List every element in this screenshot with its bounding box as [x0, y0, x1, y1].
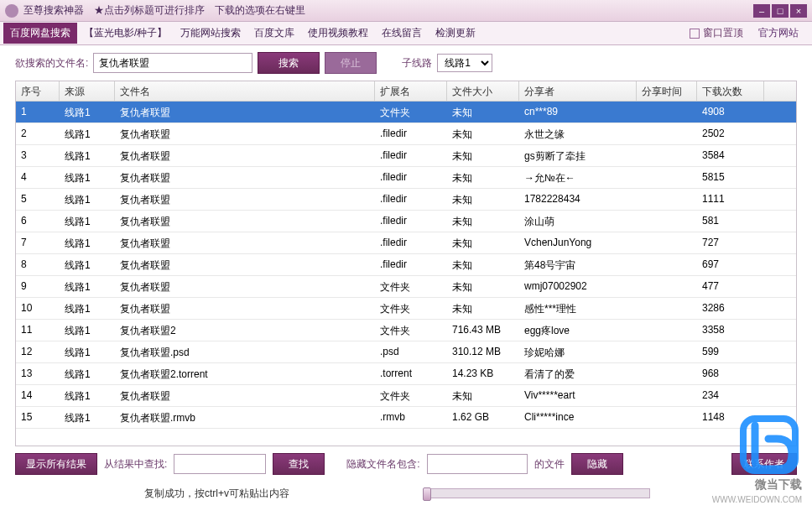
hide-input[interactable]: [427, 454, 528, 474]
tab-update[interactable]: 检测更新: [429, 23, 482, 44]
subroute-select[interactable]: 线路1: [437, 54, 492, 72]
slider-thumb-icon[interactable]: [423, 487, 431, 501]
table-row[interactable]: 8线路1复仇者联盟.filedir未知第48号宇宙697: [16, 254, 796, 276]
cell-size: 未知: [447, 167, 519, 188]
table-row[interactable]: 13线路1复仇者联盟2.torrent.torrent14.23 KB看清了的爱…: [16, 363, 796, 385]
close-button[interactable]: ×: [790, 4, 807, 18]
table-header[interactable]: 序号 来源 文件名 扩展名 文件大小 分享者 分享时间 下载次数: [16, 81, 796, 102]
cell-ext: .filedir: [375, 145, 447, 166]
cell-sharer: 珍妮哈娜: [519, 341, 637, 362]
cell-ext: 文件夹: [375, 298, 447, 319]
cell-size: 未知: [447, 145, 519, 166]
cell-ext: .psd: [375, 341, 447, 362]
cell-ext: .filedir: [375, 189, 447, 210]
hide-button[interactable]: 隐藏: [571, 453, 623, 475]
cell-dl: 1148: [697, 407, 764, 428]
table-row[interactable]: 2线路1复仇者联盟.filedir未知永世之缘2502: [16, 123, 796, 145]
cell-dl: 581: [697, 211, 764, 232]
official-site-link[interactable]: 官方网站: [758, 26, 799, 40]
cell-src: 线路1: [60, 385, 115, 406]
tab-bluray[interactable]: 【蓝光电影/种子】: [77, 23, 174, 44]
table-body[interactable]: 1线路1复仇者联盟文件夹未知cn***8949082线路1复仇者联盟.filed…: [16, 102, 796, 446]
tab-tutorial[interactable]: 使用视频教程: [301, 23, 375, 44]
cell-sharer: Viv*****eart: [519, 385, 637, 406]
cell-name: 复仇者联盟: [115, 211, 375, 232]
contact-author-button[interactable]: 联系作者: [731, 453, 797, 475]
bottom-controls: 显示所有结果 从结果中查找: 查找 隐藏文件名包含: 的文件 隐藏 联系作者: [0, 446, 812, 482]
table-row[interactable]: 14线路1复仇者联盟文件夹未知Viv*****eart234: [16, 385, 796, 407]
cell-size: 未知: [447, 189, 519, 210]
cell-dl: 697: [697, 254, 764, 275]
search-row: 欲搜索的文件名: 搜索 停止 子线路 线路1: [0, 45, 812, 81]
cell-time: [637, 276, 697, 297]
show-all-button[interactable]: 显示所有结果: [15, 453, 97, 475]
table-row[interactable]: 6线路1复仇者联盟.filedir未知涂山萌581: [16, 211, 796, 232]
col-num[interactable]: 序号: [16, 81, 60, 101]
cell-time: [637, 363, 697, 384]
cell-dl: 477: [697, 276, 764, 297]
find-in-results-input[interactable]: [174, 454, 266, 474]
table-row[interactable]: 3线路1复仇者联盟.filedir未知gs剪断了牵挂3584: [16, 145, 796, 167]
cell-ext: .torrent: [375, 363, 447, 384]
cell-sharer: gs剪断了牵挂: [519, 145, 637, 166]
status-text: 复制成功，按ctrl+v可粘贴出内容: [144, 487, 289, 501]
col-ext[interactable]: 扩展名: [375, 81, 447, 101]
cell-sharer: egg疼love: [519, 320, 637, 341]
progress-slider[interactable]: [424, 488, 650, 498]
table-row[interactable]: 10线路1复仇者联盟文件夹未知感性***理性3286: [16, 298, 796, 320]
cell-name: 复仇者联盟: [115, 189, 375, 210]
cell-src: 线路1: [60, 167, 115, 188]
tab-baidu-pan[interactable]: 百度网盘搜索: [3, 23, 77, 44]
cell-size: 未知: [447, 123, 519, 144]
cell-size: 1.62 GB: [447, 407, 519, 428]
col-time[interactable]: 分享时间: [637, 81, 697, 101]
hide-suffix-label: 的文件: [534, 457, 565, 472]
cell-n: 14: [16, 385, 60, 406]
title-hint-2: 下载的选项在右键里: [215, 3, 305, 18]
tab-message[interactable]: 在线留言: [375, 23, 429, 44]
cell-time: [637, 232, 697, 253]
cell-name: 复仇者联盟.psd: [115, 341, 375, 362]
search-input[interactable]: [93, 53, 252, 73]
tab-wenku[interactable]: 百度文库: [247, 23, 301, 44]
cell-src: 线路1: [60, 298, 115, 319]
cell-ext: .rmvb: [375, 407, 447, 428]
subroute-label: 子线路: [402, 56, 432, 70]
table-row[interactable]: 15线路1复仇者联盟.rmvb.rmvb1.62 GBCli*****ince1…: [16, 407, 796, 429]
table-row[interactable]: 11线路1复仇者联盟2文件夹716.43 MBegg疼love3358: [16, 320, 796, 341]
cell-dl: 727: [697, 232, 764, 253]
col-downloads[interactable]: 下载次数: [697, 81, 764, 101]
find-button[interactable]: 查找: [273, 453, 325, 475]
maximize-button[interactable]: □: [772, 4, 789, 18]
cell-size: 310.12 MB: [447, 341, 519, 362]
cell-src: 线路1: [60, 407, 115, 428]
cell-name: 复仇者联盟: [115, 123, 375, 144]
cell-src: 线路1: [60, 145, 115, 166]
table-row[interactable]: 9线路1复仇者联盟文件夹未知wmj07002902477: [16, 276, 796, 298]
stop-button[interactable]: 停止: [325, 52, 377, 74]
cell-ext: 文件夹: [375, 320, 447, 341]
find-in-results-label: 从结果中查找:: [104, 457, 167, 472]
cell-n: 13: [16, 363, 60, 384]
cell-sharer: 看清了的爱: [519, 363, 637, 384]
table-row[interactable]: 4线路1复仇者联盟.filedir未知→允№在←5815: [16, 167, 796, 189]
pin-window-checkbox[interactable]: 窗口置顶: [690, 26, 743, 40]
table-row[interactable]: 7线路1复仇者联盟.filedir未知VchenJunYong727: [16, 232, 796, 254]
col-size[interactable]: 文件大小: [447, 81, 519, 101]
cell-sharer: cn***89: [519, 102, 637, 122]
pin-window-label: 窗口置顶: [703, 26, 743, 40]
table-row[interactable]: 5线路1复仇者联盟.filedir未知17822284341111: [16, 189, 796, 211]
title-hint-1: ★点击列标题可进行排序: [94, 3, 205, 18]
minimize-button[interactable]: –: [753, 4, 770, 18]
cell-dl: 3358: [697, 320, 764, 341]
col-source[interactable]: 来源: [60, 81, 115, 101]
cell-sharer: Cli*****ince: [519, 407, 637, 428]
tab-site-search[interactable]: 万能网站搜索: [174, 23, 247, 44]
table-row[interactable]: 12线路1复仇者联盟.psd.psd310.12 MB珍妮哈娜599: [16, 341, 796, 363]
col-sharer[interactable]: 分享者: [519, 81, 637, 101]
cell-time: [637, 320, 697, 341]
search-button[interactable]: 搜索: [258, 52, 320, 74]
table-row[interactable]: 1线路1复仇者联盟文件夹未知cn***894908: [16, 102, 796, 123]
col-filename[interactable]: 文件名: [115, 81, 375, 101]
cell-name: 复仇者联盟: [115, 232, 375, 253]
